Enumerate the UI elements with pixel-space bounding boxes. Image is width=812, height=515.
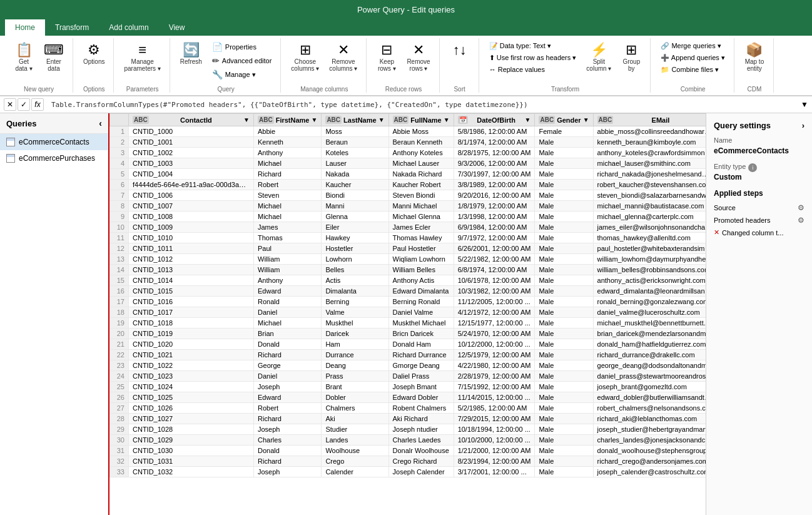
- ribbon-group-transform: 📝 Data type: Text ▾ ⬆ Use first row as h…: [480, 38, 651, 93]
- confirm-formula-button[interactable]: ✓: [18, 98, 30, 111]
- table-cell: brian_daricek@mendezlarsonandmoore.com: [593, 329, 706, 339]
- tab-home[interactable]: Home: [5, 19, 45, 36]
- tab-add-column[interactable]: Add column: [99, 19, 158, 36]
- table-cell: CNTID_1015: [129, 286, 254, 297]
- remove-columns-button[interactable]: ✕ Removecolumns ▾: [325, 41, 361, 74]
- tab-transform[interactable]: Transform: [45, 19, 99, 36]
- step-changed-column[interactable]: ✕ Changed column t...: [714, 227, 804, 238]
- parameters-label: Parameters: [120, 83, 164, 93]
- col-header-email[interactable]: ABCEMail▼: [593, 114, 706, 126]
- table-cell: Steven Biondi: [388, 190, 454, 201]
- combine-files-button[interactable]: 📁 Combine files ▾: [657, 64, 729, 75]
- col-header-contactid[interactable]: ABCContactId▼: [129, 114, 254, 126]
- ribbon-group-query: 🔄 Refresh 📄 Properties ✏ Advanced editor…: [171, 38, 282, 93]
- group-by-button[interactable]: ⊞ Groupby: [617, 41, 645, 74]
- table-cell: Thomas: [254, 233, 322, 243]
- keep-rows-button[interactable]: ⊟ Keeprows ▾: [373, 41, 400, 74]
- table-row: 10CNTID_1009JamesEilerJames Ecler6/9/198…: [110, 222, 706, 233]
- table-cell: 9/20/2016, 12:00:00 AM: [454, 190, 535, 201]
- table-cell: Joseph ntudier: [388, 424, 454, 435]
- table-cell: Studier: [322, 424, 388, 435]
- step-changed-column-label: Changed column t...: [722, 229, 783, 237]
- sidebar-collapse-button[interactable]: ‹: [99, 118, 102, 128]
- ecommercepurchases-icon: [6, 154, 15, 163]
- get-data-icon: 📋: [16, 43, 33, 57]
- firstname-filter[interactable]: ▼: [311, 116, 317, 123]
- table-cell: Joseph: [254, 467, 322, 477]
- sidebar-item-label-ecommercecontacts: eCommerceContacts: [19, 138, 89, 146]
- split-column-button[interactable]: ⚡ Splitcolumn ▾: [582, 41, 615, 74]
- tab-view[interactable]: View: [159, 19, 195, 36]
- table-cell: William Belles: [388, 265, 454, 275]
- data-table-container[interactable]: ABCContactId▼ ABCFirstName▼ ABCLastName▼…: [109, 113, 706, 515]
- step-source[interactable]: Source ⚙: [714, 201, 804, 214]
- remove-cols-icon: ✕: [338, 43, 349, 57]
- table-cell: Hawkey: [322, 233, 388, 243]
- table-cell: Male: [535, 435, 593, 446]
- table-cell: anthony_koteles@crawfordsimmonsandgreene…: [593, 148, 706, 158]
- cancel-formula-button[interactable]: ✕: [4, 98, 16, 111]
- options-button[interactable]: ⚙ Options: [79, 41, 108, 68]
- lastname-filter[interactable]: ▼: [378, 116, 385, 123]
- row-number-cell: 33: [110, 467, 129, 477]
- step-promoted-headers[interactable]: Promoted headers ⚙: [714, 214, 804, 227]
- sidebar-item-ecommercecontacts[interactable]: eCommerceContacts: [0, 134, 108, 150]
- advanced-editor-button[interactable]: ✏ Advanced editor: [208, 54, 276, 67]
- merge-queries-button[interactable]: 🔗 Merge queries ▾: [657, 41, 729, 51]
- fullname-filter[interactable]: ▼: [444, 116, 450, 123]
- row-number-cell: 7: [110, 190, 129, 201]
- table-cell: CNTID_1027: [129, 414, 254, 424]
- col-header-gender[interactable]: ABCGender▼: [535, 114, 593, 126]
- get-data-button[interactable]: 📋 Getdata ▾: [10, 41, 38, 74]
- refresh-button[interactable]: 🔄 Refresh: [176, 41, 206, 68]
- table-row: 25CNTID_1024JosephBrantJoseph Bmant7/15/…: [110, 382, 706, 392]
- choose-columns-button[interactable]: ⊞ Choosecolumns ▾: [287, 41, 323, 74]
- options-icon: ⚙: [88, 43, 100, 57]
- manage-parameters-button[interactable]: ≡ Manageparameters ▾: [120, 41, 164, 74]
- table-cell: thomas_hawkey@allenltd.com: [593, 233, 706, 243]
- table-cell: 6/8/1974, 12:00:00 AM: [454, 265, 535, 275]
- table-cell: michael_manni@bautistacase.com: [593, 201, 706, 212]
- table-cell: 12/5/1979, 12:00:00 AM: [454, 350, 535, 360]
- replace-values-button[interactable]: ↔ Replace values: [485, 64, 581, 74]
- table-cell: George: [254, 360, 322, 371]
- ribbon-parameters-content: ≡ Manageparameters ▾: [120, 38, 164, 83]
- table-cell: Male: [535, 414, 593, 424]
- manage-button[interactable]: 🔧 Manage ▾: [208, 68, 276, 81]
- table-cell: CNTID_1003: [129, 158, 254, 169]
- entity-type-info-icon[interactable]: i: [748, 163, 757, 172]
- sort-button[interactable]: ↑↓: [446, 41, 474, 61]
- step-promoted-headers-gear[interactable]: ⚙: [798, 216, 804, 225]
- table-cell: Joseph: [254, 424, 322, 435]
- query-settings-expand[interactable]: ›: [802, 121, 804, 130]
- table-cell: Abbie Moss: [388, 126, 454, 137]
- step-source-gear[interactable]: ⚙: [798, 203, 804, 212]
- sidebar-item-ecommercepurchases[interactable]: eCommercePurchases: [0, 150, 108, 166]
- entity-type-section: Entity type i Custom: [714, 163, 804, 181]
- col-header-fullname[interactable]: ABCFullName▼: [388, 114, 454, 126]
- properties-button[interactable]: 📄 Properties: [208, 41, 276, 53]
- gender-filter[interactable]: ▼: [583, 116, 589, 123]
- table-cell: kenneth_beraun@kimboyle.com: [593, 137, 706, 148]
- map-to-entity-button[interactable]: 📦 Map toentity: [741, 41, 768, 74]
- use-first-row-button[interactable]: ⬆ Use first row as headers ▾: [485, 53, 581, 63]
- fx-button[interactable]: fx: [31, 98, 44, 111]
- table-cell: CNTID_1028: [129, 424, 254, 435]
- append-queries-button[interactable]: ➕ Append queries ▾: [657, 53, 729, 63]
- step-changed-column-x[interactable]: ✕: [714, 228, 719, 237]
- remove-rows-button[interactable]: ✕ Removerows ▾: [403, 41, 434, 74]
- dob-filter[interactable]: ▼: [525, 116, 531, 123]
- col-header-firstname[interactable]: ABCFirstName▼: [254, 114, 322, 126]
- email-type-icon: ABC: [597, 116, 614, 124]
- formula-text[interactable]: Table.TransformColumnTypes(#"Promoted he…: [48, 99, 792, 110]
- table-cell: george_deang@dodsondaltonandmathews.com: [593, 360, 706, 371]
- ribbon-group-cdm: 📦 Map toentity CDM: [736, 38, 774, 93]
- table-cell: Belles: [322, 265, 388, 275]
- table-cell: daniel_prass@stewartmooreandrosales.com: [593, 371, 706, 382]
- contactid-filter[interactable]: ▼: [243, 116, 250, 123]
- col-header-lastname[interactable]: ABCLastName▼: [322, 114, 388, 126]
- enter-data-button[interactable]: ⌨ Enterdata: [40, 41, 68, 74]
- data-type-button[interactable]: 📝 Data type: Text ▾: [485, 41, 581, 51]
- col-header-dateofbirth[interactable]: 📅DateOfBirth▼: [454, 114, 535, 126]
- formula-expand-button[interactable]: ▼: [796, 100, 808, 109]
